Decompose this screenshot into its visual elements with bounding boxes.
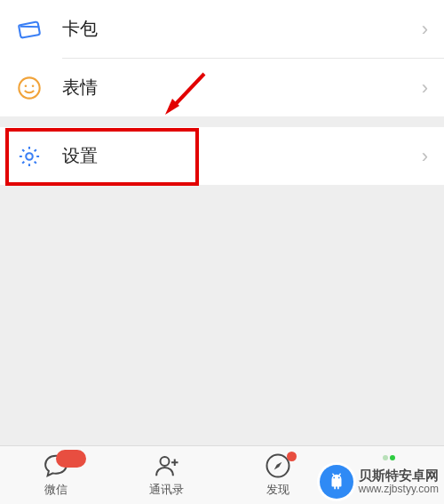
me-icon-fragment [383,455,395,460]
profile-list-section: 卡包 › 表情 › [0,0,444,116]
notification-dot [287,452,297,461]
android-icon [320,465,353,499]
unread-badge [56,450,86,468]
settings-section: 设置 › [0,127,444,185]
svg-line-11 [338,474,340,476]
watermark: 贝斯特安卓网 www.zjbstyy.com [320,465,439,499]
tab-discover[interactable]: 发现 [222,446,333,504]
menu-item-stickers[interactable]: 表情 › [0,59,444,116]
svg-point-1 [25,84,28,87]
svg-line-10 [332,474,334,476]
svg-point-8 [333,477,335,479]
menu-item-card-pack[interactable]: 卡包 › [0,0,444,58]
contacts-icon [154,452,180,479]
menu-item-settings[interactable]: 设置 › [0,127,444,185]
watermark-text: 贝斯特安卓网 www.zjbstyy.com [359,468,439,495]
menu-item-label: 表情 [62,76,422,100]
chevron-right-icon: › [422,18,428,41]
tab-label: 通讯录 [149,482,184,498]
svg-point-0 [19,77,39,98]
chevron-right-icon: › [422,76,428,100]
watermark-url: www.zjbstyy.com [359,484,439,496]
svg-point-3 [26,153,32,159]
card-pack-icon [16,16,43,43]
svg-point-6 [160,457,169,466]
watermark-title: 贝斯特安卓网 [359,468,439,483]
menu-item-label: 卡包 [62,17,422,41]
tab-contacts[interactable]: 通讯录 [111,446,222,504]
chevron-right-icon: › [422,145,428,168]
tab-chats[interactable]: 微信 [0,446,111,504]
smile-icon [16,75,43,101]
tab-label: 发现 [266,482,289,498]
menu-item-label: 设置 [62,144,422,168]
tab-label: 微信 [44,482,67,498]
svg-point-2 [32,84,35,87]
svg-point-9 [337,477,339,479]
section-gap [0,116,444,127]
gear-icon [16,143,43,170]
